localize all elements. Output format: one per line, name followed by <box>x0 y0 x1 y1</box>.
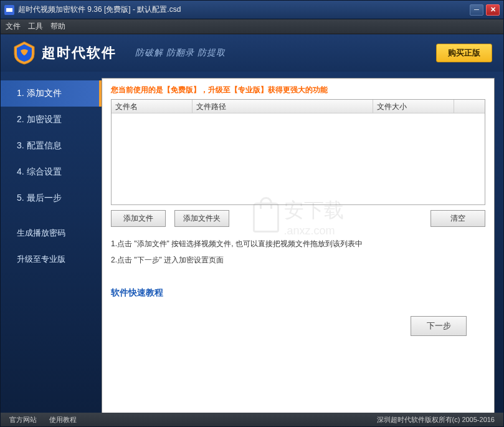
footer-copyright: 深圳超时代软件版权所有(c) 2005-2016 <box>377 415 495 425</box>
add-file-button[interactable]: 添加文件 <box>111 210 166 227</box>
minimize-icon: ─ <box>474 6 479 13</box>
app-icon <box>4 5 14 15</box>
menubar: 文件 工具 帮助 <box>1 19 503 34</box>
tutorial-link[interactable]: 软件快速教程 <box>111 287 485 299</box>
app-window: 超时代视频加密软件 9.36 [免费版] - 默认配置.csd ─ ✕ 文件 工… <box>0 0 504 427</box>
sidebar-step-5[interactable]: 5. 最后一步 <box>1 185 102 211</box>
col-extra[interactable] <box>454 100 485 113</box>
sidebar: 1. 添加文件 2. 加密设置 3. 配置信息 4. 综合设置 5. 最后一步 … <box>1 78 102 415</box>
add-folder-button[interactable]: 添加文件夹 <box>174 210 229 227</box>
sidebar-step-1[interactable]: 1. 添加文件 <box>1 80 102 107</box>
body: 1. 添加文件 2. 加密设置 3. 配置信息 4. 综合设置 5. 最后一步 … <box>1 72 503 415</box>
sidebar-step-3[interactable]: 3. 配置信息 <box>1 133 102 159</box>
file-table[interactable]: 文件名 文件路径 文件大小 <box>111 99 485 205</box>
window-title: 超时代视频加密软件 9.36 [免费版] - 默认配置.csd <box>18 4 470 15</box>
upgrade-notice[interactable]: 您当前使用的是【免费版】，升级至【专业版】获得更强大的功能 <box>111 85 485 95</box>
instruction-2: 2.点击 "下一步" 进入加密设置页面 <box>111 252 485 268</box>
footer-official-site[interactable]: 官方网站 <box>9 415 37 425</box>
sidebar-gen-password[interactable]: 生成播放密码 <box>1 220 102 246</box>
slogan: 防破解 防翻录 防提取 <box>135 47 226 59</box>
logo: 超时代软件 <box>12 41 116 65</box>
brand-name: 超时代软件 <box>42 44 116 62</box>
titlebar[interactable]: 超时代视频加密软件 9.36 [免费版] - 默认配置.csd ─ ✕ <box>1 1 503 19</box>
close-button[interactable]: ✕ <box>486 4 500 16</box>
clear-button[interactable]: 清空 <box>430 210 485 227</box>
table-header: 文件名 文件路径 文件大小 <box>112 100 485 113</box>
minimize-button[interactable]: ─ <box>470 4 483 16</box>
col-filename[interactable]: 文件名 <box>112 100 193 113</box>
content-panel: 您当前使用的是【免费版】，升级至【专业版】获得更强大的功能 文件名 文件路径 文… <box>102 78 495 415</box>
menu-file[interactable]: 文件 <box>6 21 21 32</box>
logo-icon <box>12 41 37 65</box>
button-row: 添加文件 添加文件夹 清空 <box>111 210 485 227</box>
menu-help[interactable]: 帮助 <box>50 21 65 32</box>
next-button[interactable]: 下一步 <box>411 316 467 336</box>
col-filepath[interactable]: 文件路径 <box>193 100 373 113</box>
sidebar-upgrade[interactable]: 升级至专业版 <box>1 246 102 272</box>
footer-tutorial[interactable]: 使用教程 <box>49 415 77 425</box>
instruction-1: 1.点击 "添加文件" 按钮选择视频文件, 也可以直接把视频文件拖放到该列表中 <box>111 236 485 252</box>
sidebar-step-4[interactable]: 4. 综合设置 <box>1 159 102 185</box>
col-filesize[interactable]: 文件大小 <box>373 100 454 113</box>
close-icon: ✕ <box>490 6 496 13</box>
footer: 官方网站 使用教程 深圳超时代软件版权所有(c) 2005-2016 <box>1 413 503 426</box>
instructions: 1.点击 "添加文件" 按钮选择视频文件, 也可以直接把视频文件拖放到该列表中 … <box>111 236 485 269</box>
buy-button[interactable]: 购买正版 <box>436 44 492 62</box>
menu-tools[interactable]: 工具 <box>28 21 43 32</box>
header: 超时代软件 防破解 防翻录 防提取 购买正版 <box>1 34 503 72</box>
sidebar-step-2[interactable]: 2. 加密设置 <box>1 107 102 133</box>
